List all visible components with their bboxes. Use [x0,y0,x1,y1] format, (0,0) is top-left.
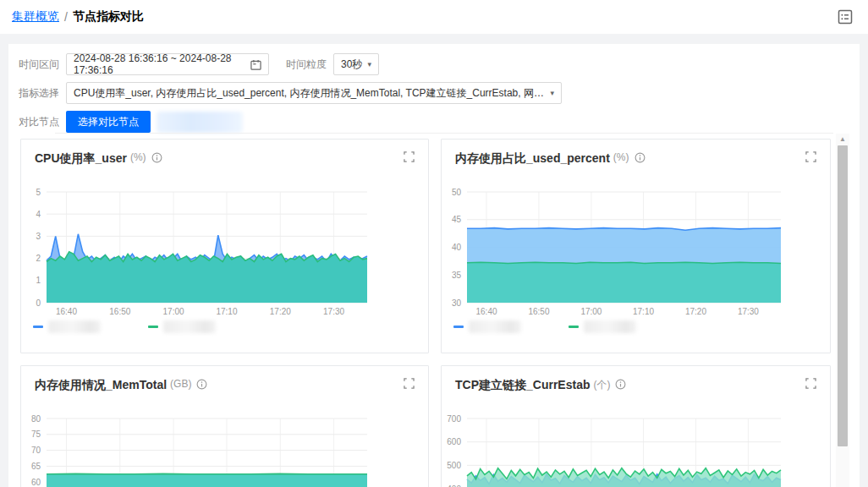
svg-text:17:10: 17:10 [633,307,654,316]
legend-item[interactable] [148,320,216,333]
legend-item[interactable] [33,320,101,333]
fullscreen-icon[interactable] [805,378,816,389]
breadcrumb-link-cluster-overview[interactable]: 集群概览 [12,9,59,25]
legend-item[interactable] [569,320,636,333]
fullscreen-icon[interactable] [404,151,415,162]
svg-text:2: 2 [36,254,41,263]
chart-title: 内存使用占比_used_percent [455,151,610,167]
chart-header: CPU使用率_user (%) [21,140,428,167]
breadcrumb-separator: / [64,10,68,24]
svg-text:5: 5 [36,188,41,197]
chart-unit: (%) [613,151,629,163]
svg-text:500: 500 [447,461,461,470]
time-range-row: 时间区间 2024-08-28 16:36:16 ~ 2024-08-28 17… [19,53,860,75]
svg-text:80: 80 [31,414,41,424]
chart-legend [33,320,216,333]
chart-plot-area: 16:4016:5017:0017:1017:2017:303035404550 [442,187,830,324]
info-icon[interactable] [196,379,207,390]
chart-card-cpu-user: CPU使用率_user (%) 16:4016:5017:0017:1017:2… [20,139,429,353]
info-icon[interactable] [151,152,162,163]
svg-text:16:40: 16:40 [56,307,77,316]
granularity-label: 时间粒度 [286,57,327,72]
info-icon[interactable] [615,379,626,390]
chart-header: 内存使用占比_used_percent (%) [442,140,830,167]
legend-label-redacted [584,320,636,333]
page-title: 节点指标对比 [73,9,144,25]
svg-text:1: 1 [36,276,41,285]
svg-text:400: 400 [447,484,461,487]
chart-unit: (GB) [170,378,191,390]
svg-text:17:00: 17:00 [580,307,602,316]
chevron-down-icon: ▾ [367,61,371,68]
fullscreen-icon[interactable] [805,151,816,162]
legend-label-redacted [48,320,101,333]
filter-bar: 时间区间 2024-08-28 16:36:16 ~ 2024-08-28 17… [8,44,860,133]
selected-node-redacted-pill[interactable] [157,112,243,133]
granularity-value: 30秒 [341,57,362,72]
svg-text:50: 50 [452,188,462,197]
time-range-input[interactable]: 2024-08-28 16:36:16 ~ 2024-08-28 17:36:1… [66,53,269,75]
legend-marker-icon [148,326,158,328]
doc-list-icon[interactable] [838,9,853,25]
svg-text:70: 70 [31,446,41,455]
chart-plot-area: 16:4016:5017:0017:1017:2017:305560657075… [21,413,428,487]
metrics-label: 指标选择 [19,86,59,101]
svg-text:16:50: 16:50 [109,307,130,316]
metrics-select[interactable]: CPU使用率_user, 内存使用占比_used_percent, 内存使用情况… [66,82,562,104]
scrollbar-thumb[interactable] [838,145,848,446]
top-bar: 集群概览 / 节点指标对比 [0,0,868,34]
legend-marker-icon [453,326,464,328]
chart-title: 内存使用情况_MemTotal [35,378,167,393]
legend-marker-icon [33,326,43,328]
svg-text:60: 60 [31,478,41,487]
select-compare-node-button[interactable]: 选择对比节点 [66,111,151,133]
svg-text:16:40: 16:40 [475,307,497,316]
chart-title: CPU使用率_user [35,151,127,167]
chart-title: TCP建立链接_CurrEstab [455,378,590,393]
svg-text:45: 45 [452,215,462,224]
chart-unit: (%) [130,151,146,163]
chart-card-tcp-currestab: TCP建立链接_CurrEstab (个) 16:4016:5017:0017:… [441,365,831,487]
vertical-scrollbar[interactable]: ▲ [836,134,849,487]
chart-plot-area: 16:4016:5017:0017:1017:2017:304005006007… [442,413,830,487]
svg-text:16:50: 16:50 [528,307,549,316]
svg-text:75: 75 [31,430,41,439]
scroll-up-icon[interactable]: ▲ [836,135,849,143]
fullscreen-icon[interactable] [404,378,415,389]
legend-item[interactable] [453,320,521,333]
svg-text:3: 3 [36,232,41,241]
breadcrumb: 集群概览 / 节点指标对比 [12,9,144,25]
info-icon[interactable] [635,152,646,163]
svg-text:4: 4 [36,210,41,219]
legend-label-redacted [163,320,216,333]
filter-divider [55,133,833,134]
calendar-icon[interactable] [250,59,261,70]
svg-text:17:30: 17:30 [738,307,759,316]
chart-header: 内存使用情况_MemTotal (GB) [21,366,428,393]
svg-text:600: 600 [447,437,461,446]
svg-text:40: 40 [452,243,462,252]
svg-text:65: 65 [31,462,41,471]
metrics-row: 指标选择 CPU使用率_user, 内存使用占比_used_percent, 内… [19,82,860,104]
compare-node-label: 对比节点 [19,115,59,129]
svg-text:17:30: 17:30 [323,307,344,316]
granularity-select[interactable]: 30秒 ▾ [333,53,379,75]
chart-header: TCP建立链接_CurrEstab (个) [442,366,830,393]
svg-text:35: 35 [452,271,462,280]
legend-label-redacted [469,320,521,333]
time-range-label: 时间区间 [19,57,59,72]
svg-text:0: 0 [36,298,41,308]
chart-card-mem-total: 内存使用情况_MemTotal (GB) 16:4016:5017:0017:1… [20,365,429,487]
svg-text:700: 700 [447,414,461,424]
chart-unit: (个) [593,378,610,392]
chevron-down-icon: ▾ [550,90,554,97]
legend-marker-icon [569,326,579,328]
svg-text:17:00: 17:00 [163,307,184,316]
compare-node-row: 对比节点 选择对比节点 [19,111,860,133]
metrics-value: CPU使用率_user, 内存使用占比_used_percent, 内存使用情况… [74,86,545,101]
svg-text:30: 30 [452,298,462,308]
chart-legend [453,320,636,333]
svg-text:17:20: 17:20 [270,307,291,316]
svg-text:17:20: 17:20 [685,307,706,316]
chart-card-mem-used-percent: 内存使用占比_used_percent (%) 16:4016:5017:001… [441,139,831,353]
